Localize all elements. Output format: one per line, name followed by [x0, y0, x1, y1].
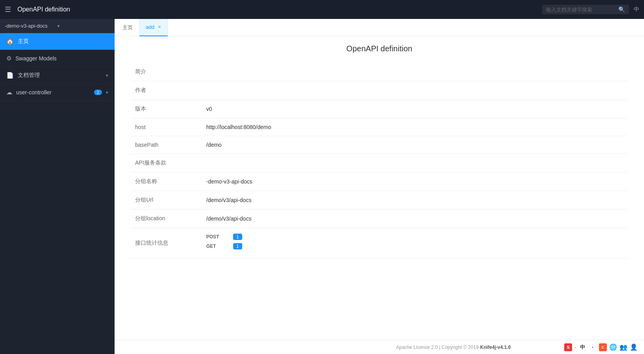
- row-label: host: [130, 118, 201, 136]
- top-header: ☰ OpenAPI definition 🔍 中: [0, 0, 644, 19]
- footer-copyright: Apache License 2.0 | Copyright © 2019-Kn…: [343, 345, 564, 350]
- table-row: host http://localhost:8080/demo: [130, 118, 628, 136]
- badge-count: 2: [94, 90, 102, 95]
- row-value: [201, 81, 628, 100]
- header-right: 🔍 中: [542, 5, 639, 14]
- footer: Apache License 2.0 | Copyright © 2019-Kn…: [115, 340, 644, 354]
- row-label: 接口统计信息: [130, 228, 201, 258]
- table-row: 分组location /demo/v3/api-docs: [130, 210, 628, 228]
- sidebar-item-home[interactable]: 🏠 主页: [0, 33, 115, 50]
- content-area: 主页 add ✕ OpenAPI definition 简介 作者: [115, 19, 644, 354]
- row-value: -demo-v3-api-docs: [201, 172, 628, 191]
- lang-button[interactable]: 中: [634, 6, 639, 13]
- user-icon[interactable]: 👤: [630, 343, 638, 351]
- tab-label: 主页: [122, 24, 133, 31]
- info-table: 简介 作者 版本 v0 host http://localhost:8080/d…: [130, 63, 628, 258]
- method-post-row: POST 1: [206, 234, 623, 240]
- row-label: 分组location: [130, 210, 201, 228]
- tab-close-icon[interactable]: ✕: [158, 25, 161, 29]
- sidebar-item-label: 主页: [18, 38, 108, 45]
- row-value: /demo/v3/api-docs: [201, 191, 628, 210]
- post-method-label: POST: [206, 234, 226, 240]
- search-input[interactable]: [546, 7, 615, 13]
- sidebar-item-label: user-controller: [16, 89, 90, 96]
- csdn-icon[interactable]: C: [599, 343, 607, 351]
- wave-icon: ·: [589, 343, 597, 351]
- table-row: 分组Url /demo/v3/api-docs: [130, 191, 628, 210]
- table-row: 作者: [130, 81, 628, 100]
- page-title: OpenAPI definition: [130, 44, 628, 53]
- sidebar-item-label: 文档管理: [18, 72, 102, 79]
- home-icon: 🏠: [6, 38, 14, 45]
- main-layout: -demo-v3-api-docs ▾ 🏠 主页 ⚙ Swagger Model…: [0, 19, 644, 354]
- row-value: /demo/v3/api-docs: [201, 210, 628, 228]
- sidebar-item-label: Swagger Models: [15, 55, 108, 62]
- row-value: [201, 154, 628, 172]
- chevron-down-icon: ▾: [106, 90, 108, 95]
- table-row: 分组名称 -demo-v3-api-docs: [130, 172, 628, 191]
- tab-home[interactable]: 主页: [116, 19, 139, 36]
- tab-label: add: [146, 24, 154, 30]
- row-label: 版本: [130, 100, 201, 118]
- row-value: v0: [201, 100, 628, 118]
- row-value-stats: POST 1 GET 1: [201, 228, 628, 258]
- s-icon[interactable]: S: [564, 343, 572, 351]
- footer-right: S · 中 · C 🌐 👥 👤: [564, 343, 638, 351]
- gear-icon: ⚙: [6, 55, 11, 62]
- table-row-api-stats: 接口统计信息 POST 1 GET 1: [130, 228, 628, 258]
- footer-brand: Knife4j-v4.1.0: [480, 345, 510, 350]
- row-label: 分组Url: [130, 191, 201, 210]
- search-box[interactable]: 🔍: [542, 5, 629, 14]
- hamburger-icon[interactable]: ☰: [5, 5, 11, 14]
- row-value: /demo: [201, 136, 628, 154]
- dot-icon: ·: [574, 344, 576, 350]
- sidebar-dropdown[interactable]: -demo-v3-api-docs ▾: [0, 19, 115, 33]
- table-row: 版本 v0: [130, 100, 628, 118]
- get-method-label: GET: [206, 243, 226, 249]
- sidebar-item-swagger[interactable]: ⚙ Swagger Models: [0, 50, 115, 67]
- tabs-bar: 主页 add ✕: [115, 19, 644, 36]
- chevron-down-icon: ▾: [57, 23, 110, 29]
- row-value: [201, 63, 628, 81]
- group-icon[interactable]: 👥: [620, 343, 627, 351]
- chevron-down-icon: ▾: [106, 73, 108, 78]
- row-label: 作者: [130, 81, 201, 100]
- tab-add[interactable]: add ✕: [139, 19, 168, 36]
- cloud-icon: ☁: [6, 89, 12, 96]
- sidebar-item-docs[interactable]: 📄 文档管理 ▾: [0, 67, 115, 84]
- page-content: OpenAPI definition 简介 作者 版本 v0: [115, 36, 644, 340]
- sidebar-item-user[interactable]: ☁ user-controller 2 ▾: [0, 84, 115, 101]
- document-icon: 📄: [6, 72, 14, 79]
- sidebar-dropdown-label: -demo-v3-api-docs: [5, 23, 57, 29]
- row-label: 简介: [130, 63, 201, 81]
- row-label: basePath: [130, 136, 201, 154]
- row-label: API服务条款: [130, 154, 201, 172]
- table-row: basePath /demo: [130, 136, 628, 154]
- row-label: 分组名称: [130, 172, 201, 191]
- header-title: OpenAPI definition: [17, 6, 70, 13]
- network-icon[interactable]: 🌐: [609, 343, 617, 351]
- row-value: http://localhost:8080/demo: [201, 118, 628, 136]
- table-row: API服务条款: [130, 154, 628, 172]
- sidebar: -demo-v3-api-docs ▾ 🏠 主页 ⚙ Swagger Model…: [0, 19, 115, 354]
- zhong-icon: 中: [578, 343, 586, 351]
- method-get-row: GET 1: [206, 243, 623, 249]
- table-row: 简介: [130, 63, 628, 81]
- search-icon: 🔍: [618, 6, 625, 13]
- footer-text: Apache License 2.0 | Copyright © 2019-: [396, 345, 480, 350]
- post-count-badge: 1: [233, 234, 242, 240]
- get-count-badge: 1: [233, 243, 242, 249]
